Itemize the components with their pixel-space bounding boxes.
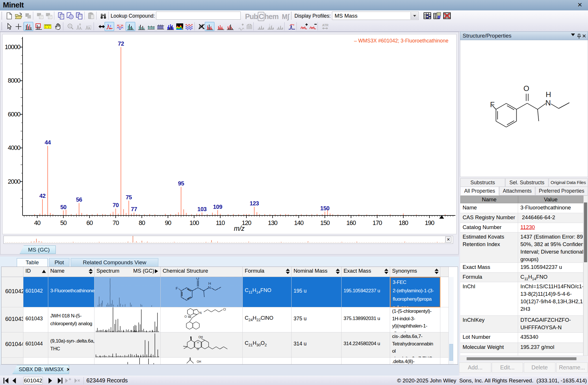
svg-text:180: 180 bbox=[399, 220, 409, 226]
svg-text:4000: 4000 bbox=[8, 144, 21, 151]
svg-text:77: 77 bbox=[131, 206, 137, 212]
svg-text:H: H bbox=[197, 341, 199, 344]
svg-text:170: 170 bbox=[372, 220, 382, 226]
svg-text:123: 123 bbox=[250, 200, 259, 207]
svg-text:50: 50 bbox=[60, 204, 67, 210]
svg-text:70: 70 bbox=[113, 220, 119, 226]
svg-text:56: 56 bbox=[76, 196, 82, 203]
svg-text:130: 130 bbox=[268, 220, 278, 226]
svg-text:10000: 10000 bbox=[5, 44, 21, 51]
svg-text:72: 72 bbox=[118, 40, 124, 47]
svg-text:O: O bbox=[196, 278, 199, 280]
svg-text:N: N bbox=[546, 98, 551, 107]
svg-text:– WMS3X #601042; 3-Fluoroethca: – WMS3X #601042; 3-Fluoroethcathinone bbox=[354, 38, 448, 44]
svg-text:42: 42 bbox=[39, 193, 46, 199]
svg-text:44: 44 bbox=[44, 139, 51, 146]
svg-text:OH: OH bbox=[199, 336, 203, 339]
svg-text:6000: 6000 bbox=[8, 111, 21, 118]
svg-text:2000: 2000 bbox=[8, 178, 21, 185]
svg-text:N: N bbox=[199, 311, 201, 315]
svg-text:m/z: m/z bbox=[234, 225, 245, 232]
svg-text:110: 110 bbox=[216, 220, 225, 226]
svg-text:8000: 8000 bbox=[8, 77, 21, 84]
svg-text:H: H bbox=[208, 281, 211, 286]
svg-text:160: 160 bbox=[346, 220, 356, 226]
svg-text:70: 70 bbox=[113, 202, 119, 208]
svg-text:60: 60 bbox=[86, 220, 93, 226]
svg-text:75: 75 bbox=[126, 194, 132, 200]
svg-text:190: 190 bbox=[425, 220, 435, 226]
svg-text:103: 103 bbox=[197, 206, 207, 212]
svg-text:F: F bbox=[176, 286, 178, 291]
svg-text:Cl: Cl bbox=[223, 308, 226, 311]
svg-text:40: 40 bbox=[34, 220, 41, 226]
svg-text:ATR: ATR bbox=[322, 23, 329, 27]
svg-text:95: 95 bbox=[178, 180, 184, 187]
svg-text:140: 140 bbox=[294, 220, 304, 226]
svg-text:150: 150 bbox=[320, 220, 330, 226]
svg-text:O: O bbox=[197, 347, 199, 351]
svg-text:90: 90 bbox=[165, 220, 172, 226]
svg-text:150: 150 bbox=[320, 205, 329, 211]
svg-text:F: F bbox=[490, 100, 495, 109]
svg-text:2: 2 bbox=[48, 26, 49, 29]
svg-text:OH: OH bbox=[197, 360, 201, 363]
svg-text:1: 1 bbox=[45, 26, 47, 29]
svg-text:80: 80 bbox=[139, 220, 145, 226]
svg-text:H: H bbox=[546, 90, 551, 99]
svg-text:O: O bbox=[524, 84, 529, 93]
svg-text:100: 100 bbox=[190, 220, 199, 226]
svg-text:50: 50 bbox=[60, 220, 67, 226]
svg-text:109: 109 bbox=[213, 204, 222, 210]
svg-text:O: O bbox=[184, 315, 187, 318]
svg-text:N: N bbox=[208, 285, 211, 290]
